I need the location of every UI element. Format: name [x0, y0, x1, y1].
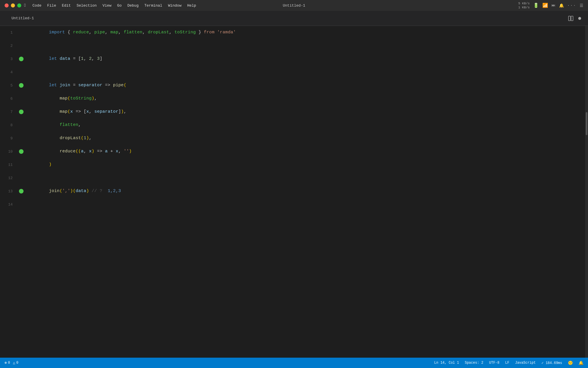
line-number-5: 5 [0, 83, 17, 88]
close-button[interactable] [5, 3, 9, 7]
breakpoint-dot-5 [19, 83, 24, 88]
list-icon: ☰ [580, 3, 583, 8]
breakpoint-7[interactable] [17, 110, 25, 114]
window-title: Untitled-1 [283, 3, 305, 8]
menu-debug[interactable]: Debug [125, 0, 142, 11]
menu-help[interactable]: Help [184, 0, 199, 11]
code-line-1: 1 import { reduce, pipe, map, flatten, d… [0, 26, 585, 39]
code-line-13: 13 join(',')(data) // ? 1,2,3 [0, 185, 585, 198]
traffic-lights [5, 3, 21, 7]
spaces-text: Spaces: 2 [465, 361, 483, 365]
line-number-11: 11 [0, 163, 17, 167]
line-number-10: 10 [0, 150, 17, 154]
line-number-14: 14 [0, 202, 17, 207]
apple-menu[interactable]:  [21, 0, 30, 11]
line-ending-text: LF [505, 361, 509, 365]
line-number-1: 1 [0, 30, 17, 35]
line-number-7: 7 [0, 110, 17, 114]
scrollbar-thumb[interactable] [586, 112, 587, 135]
line-ending[interactable]: LF [505, 361, 509, 365]
tab-bar: Untitled-1 [0, 11, 588, 26]
menu-terminal[interactable]: Terminal [142, 0, 165, 11]
encoding-text: UTF-8 [489, 361, 500, 365]
warning-number: 0 [16, 361, 18, 365]
breakpoint-5[interactable] [17, 83, 25, 88]
status-right: Ln 14, Col 1 Spaces: 2 UTF-8 LF JavaScri… [434, 361, 583, 365]
breakpoint-dot-13 [19, 189, 24, 193]
editor-container: 1 import { reduce, pipe, map, flatten, d… [0, 26, 588, 358]
editor-actions [568, 16, 581, 21]
titlebar:  Code File Edit Selection View Go Debug… [0, 0, 588, 11]
line-number-12: 12 [0, 176, 17, 180]
line-number-3: 3 [0, 57, 17, 61]
code-line-11: 11 ) [0, 158, 585, 171]
network-speed: 5 KB/s 1 KB/s [518, 1, 530, 10]
indentation[interactable]: Spaces: 2 [465, 361, 483, 365]
breakpoint-3[interactable] [17, 57, 25, 61]
timing-text: ✓ 184.69ms [541, 361, 562, 365]
error-icon: ⊗ [5, 361, 7, 365]
notification-bell[interactable]: 🔔 [579, 361, 583, 365]
breakpoint-dot-10 [19, 149, 24, 154]
unsaved-indicator [578, 17, 581, 20]
menu-bar:  Code File Edit Selection View Go Debug… [21, 0, 199, 11]
menu-file[interactable]: File [44, 0, 59, 11]
smiley-icon: 🙂 [568, 361, 573, 365]
breakpoint-dot-3 [19, 57, 24, 61]
breakpoint-13[interactable] [17, 189, 25, 193]
scrollbar[interactable] [585, 26, 588, 358]
status-left: ⊗ 0 △ 0 [5, 361, 18, 365]
line-number-4: 4 [0, 70, 17, 74]
emoji-icon[interactable]: 🙂 [568, 361, 573, 365]
menu-view[interactable]: View [100, 0, 114, 11]
line-number-9: 9 [0, 136, 17, 141]
notification-icon: 🔔 [559, 3, 564, 8]
status-bar: ⊗ 0 △ 0 Ln 14, Col 1 Spaces: 2 UTF-8 LF … [0, 358, 588, 368]
minimize-button[interactable] [11, 3, 15, 7]
line-number-6: 6 [0, 97, 17, 101]
maximize-button[interactable] [17, 3, 21, 7]
active-tab[interactable]: Untitled-1 [7, 11, 38, 26]
code-editor[interactable]: 1 import { reduce, pipe, map, flatten, d… [0, 26, 585, 358]
menu-code[interactable]: Code [30, 0, 44, 11]
encoding[interactable]: UTF-8 [489, 361, 500, 365]
line-number-13: 13 [0, 189, 17, 193]
more-icon: ··· [567, 3, 576, 8]
breakpoint-10[interactable] [17, 149, 25, 154]
menu-edit[interactable]: Edit [59, 0, 74, 11]
error-count[interactable]: ⊗ 0 △ 0 [5, 361, 18, 365]
language-text: JavaScript [515, 361, 536, 365]
cursor-position[interactable]: Ln 14, Col 1 [434, 361, 459, 365]
menu-go[interactable]: Go [114, 0, 125, 11]
battery-icon: 🔋 [533, 3, 539, 8]
media-icon: ⏭ [552, 3, 556, 8]
titlebar-controls: 5 KB/s 1 KB/s 🔋 📶 ⏭ 🔔 ··· ☰ [518, 1, 583, 10]
warning-icon: △ [13, 361, 15, 365]
timing[interactable]: ✓ 184.69ms [541, 361, 562, 365]
code-line-14: 14 [0, 198, 585, 211]
error-number: 0 [8, 361, 10, 365]
bell-icon: 🔔 [579, 361, 583, 365]
position-text: Ln 14, Col 1 [434, 361, 459, 365]
code-line-3: 3 let data = [1, 2, 3] [0, 52, 585, 66]
menu-window[interactable]: Window [165, 0, 184, 11]
split-editor-icon[interactable] [568, 16, 574, 21]
svg-rect-0 [568, 16, 570, 21]
line-number-8: 8 [0, 123, 17, 127]
breakpoint-dot-7 [19, 110, 24, 114]
menu-selection[interactable]: Selection [74, 0, 100, 11]
language-mode[interactable]: JavaScript [515, 361, 536, 365]
line-number-2: 2 [0, 44, 17, 48]
wifi-icon: 📶 [542, 3, 548, 8]
svg-rect-1 [571, 16, 573, 21]
